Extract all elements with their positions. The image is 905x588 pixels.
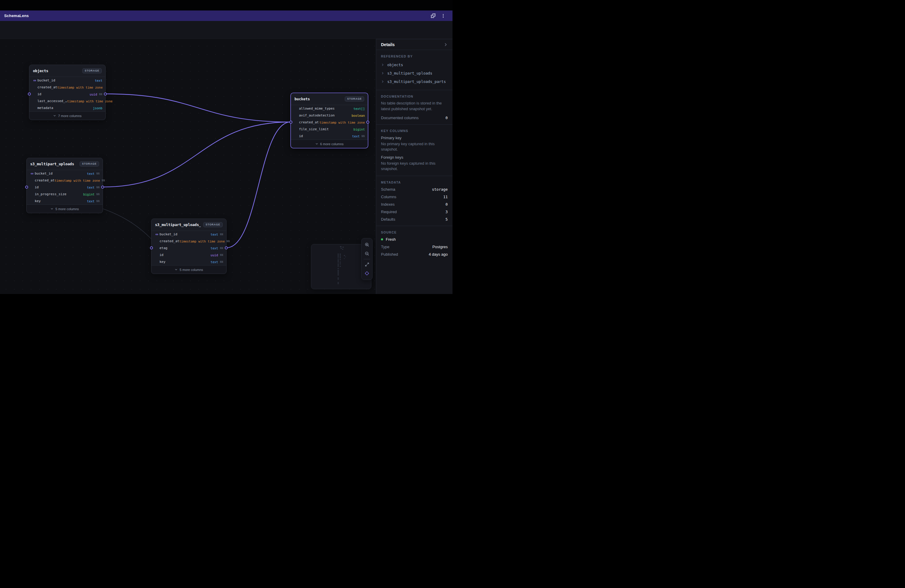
column-name: created_at bbox=[159, 239, 179, 243]
column-row[interactable]: iduuidNN bbox=[29, 91, 105, 98]
column-type: timestamp with time zone bbox=[67, 99, 113, 103]
column-row[interactable]: keytextNN bbox=[151, 258, 226, 265]
column-name: id bbox=[159, 253, 164, 257]
detail-row-schema: Schemastorage bbox=[381, 187, 448, 192]
column-type: text bbox=[87, 172, 95, 175]
referenced-by-item-objects[interactable]: objects bbox=[381, 60, 448, 69]
page-header: Projects / QA Postgres Live 01 Live Post… bbox=[0, 21, 452, 39]
relationship-edge-parts-buckets[interactable] bbox=[227, 122, 291, 248]
column-row[interactable]: bucket_idtextNN bbox=[27, 170, 103, 177]
source-label: SOURCE bbox=[381, 230, 448, 234]
column-type: text bbox=[211, 260, 218, 264]
column-type: text[] bbox=[353, 107, 365, 110]
more-columns-toggle[interactable]: 5 more columns bbox=[27, 205, 103, 213]
app-bar: SchemaLens bbox=[0, 11, 452, 21]
column-row[interactable]: etagtextNN bbox=[151, 245, 226, 251]
schema-canvas[interactable]: objectsSTORAGEbucket_idtextcreated_attim… bbox=[0, 39, 376, 294]
connection-handle-right[interactable] bbox=[225, 246, 228, 250]
column-row[interactable]: keytextNN bbox=[27, 198, 103, 205]
referenced-by-item-s3_multipart_uploads_parts[interactable]: s3_multipart_uploads_parts bbox=[381, 77, 448, 86]
schema-badge: STORAGE bbox=[203, 222, 223, 227]
column-row[interactable]: avif_autodetectionboolean bbox=[291, 112, 368, 119]
not-null-badge: NN bbox=[96, 200, 100, 203]
key-columns-section: KEY COLUMNS Primary key No primary key c… bbox=[376, 124, 452, 176]
schema-badge: STORAGE bbox=[345, 96, 364, 102]
column-type: uuid bbox=[90, 92, 97, 96]
minimap-node bbox=[338, 265, 339, 265]
detail-row-defaults: Defaults5 bbox=[381, 217, 448, 222]
not-null-badge: NN bbox=[220, 254, 223, 257]
column-row[interactable]: idtextNN bbox=[27, 184, 103, 191]
primary-key-text: No primary key captured in this snapshot… bbox=[381, 141, 448, 152]
fit-view-icon[interactable] bbox=[363, 261, 370, 268]
column-row[interactable]: allowed_mime_typestext[] bbox=[291, 105, 368, 112]
kebab-menu-icon[interactable] bbox=[438, 12, 448, 20]
minimap-node bbox=[338, 254, 339, 254]
table-name: buckets bbox=[294, 97, 310, 101]
connection-handle-right[interactable] bbox=[104, 92, 107, 95]
detail-value: 11 bbox=[443, 195, 448, 199]
column-row[interactable]: idtextNN bbox=[291, 133, 368, 140]
connection-handle-right[interactable] bbox=[101, 186, 104, 189]
source-section: SOURCE Fresh TypePostgresPublished4 days… bbox=[376, 226, 452, 261]
minimap-node bbox=[338, 259, 339, 260]
not-null-badge: NN bbox=[227, 240, 230, 243]
column-type: timestamp with time zone bbox=[54, 179, 100, 182]
chevron-right-icon[interactable] bbox=[443, 43, 448, 47]
connection-handle-left[interactable] bbox=[150, 246, 153, 250]
column-row[interactable]: created_attimestamp with time zone bbox=[29, 84, 105, 91]
column-row[interactable]: bucket_idtextNN bbox=[151, 231, 226, 238]
column-row[interactable]: bucket_idtext bbox=[29, 77, 105, 84]
zoom-out-icon[interactable] bbox=[363, 250, 370, 257]
column-name: bucket_id bbox=[159, 232, 178, 236]
column-row[interactable]: in_progress_sizebigintNN bbox=[27, 191, 103, 198]
more-columns-toggle[interactable]: 7 more columns bbox=[29, 111, 105, 120]
column-name: etag bbox=[159, 246, 168, 250]
foreign-key-icon bbox=[155, 233, 159, 236]
connection-handle-left[interactable] bbox=[289, 121, 292, 124]
referenced-by-item-s3_multipart_uploads[interactable]: s3_multipart_uploads bbox=[381, 69, 448, 77]
minimap-node bbox=[338, 256, 339, 257]
column-row[interactable]: created_attimestamp with time zoneNN bbox=[151, 238, 226, 245]
not-null-badge: NN bbox=[220, 247, 223, 250]
table-node-objects[interactable]: objectsSTORAGEbucket_idtextcreated_attim… bbox=[29, 65, 106, 120]
more-columns-toggle[interactable]: 5 more columns bbox=[151, 265, 226, 273]
minimap-node bbox=[344, 258, 345, 259]
table-node-s3_multipart_uploads[interactable]: s3_multipart_uploadsSTORAGEbucket_idtext… bbox=[26, 158, 103, 213]
relationship-edge-objects-buckets[interactable] bbox=[106, 94, 291, 122]
not-null-badge: NN bbox=[96, 193, 100, 196]
connection-handle-left[interactable] bbox=[25, 186, 28, 189]
extension-icon[interactable] bbox=[428, 12, 438, 20]
minimap-node bbox=[338, 279, 339, 280]
fresh-label: Fresh bbox=[386, 237, 395, 242]
key-columns-label: KEY COLUMNS bbox=[381, 129, 448, 133]
column-row[interactable]: iduuidNN bbox=[151, 251, 226, 258]
column-row[interactable]: file_size_limitbigint bbox=[291, 126, 368, 133]
minimap-node bbox=[338, 266, 339, 267]
locate-icon[interactable] bbox=[363, 270, 370, 277]
table-node-buckets[interactable]: bucketsSTORAGEallowed_mime_typestext[]av… bbox=[291, 93, 368, 148]
foreign-keys-text: No foreign keys captured in this snapsho… bbox=[381, 161, 448, 172]
column-name: key bbox=[159, 260, 165, 264]
relationship-edge-uploads-buckets[interactable] bbox=[103, 122, 291, 187]
column-type: jsonb bbox=[93, 106, 102, 110]
column-row[interactable]: created_attimestamp with time zoneNN bbox=[27, 177, 103, 184]
table-node-s3_multipart_uploads_parts[interactable]: s3_multipart_uploads_p…STORAGEbucket_idt… bbox=[151, 219, 227, 274]
more-columns-toggle[interactable]: 6 more columns bbox=[291, 140, 368, 148]
minimap-node bbox=[341, 248, 342, 249]
connection-handle-left[interactable] bbox=[28, 92, 31, 95]
column-row[interactable]: created_attimestamp with time zone bbox=[291, 119, 368, 126]
connection-handle-right[interactable] bbox=[366, 121, 369, 124]
freshness-status: Fresh bbox=[381, 237, 448, 242]
minimap-node bbox=[340, 259, 341, 260]
column-row[interactable]: last_accessed_…timestamp with time zone bbox=[29, 98, 105, 105]
more-columns-label: 7 more columns bbox=[58, 114, 81, 118]
column-name: id bbox=[299, 134, 303, 138]
minimap-node bbox=[338, 270, 339, 271]
zoom-in-icon[interactable] bbox=[363, 241, 370, 248]
more-columns-label: 6 more columns bbox=[320, 142, 344, 146]
chevron-down-icon bbox=[53, 114, 56, 118]
minimap-node bbox=[338, 264, 339, 264]
detail-row-required: Required3 bbox=[381, 210, 448, 214]
column-row[interactable]: metadatajsonb bbox=[29, 105, 105, 111]
